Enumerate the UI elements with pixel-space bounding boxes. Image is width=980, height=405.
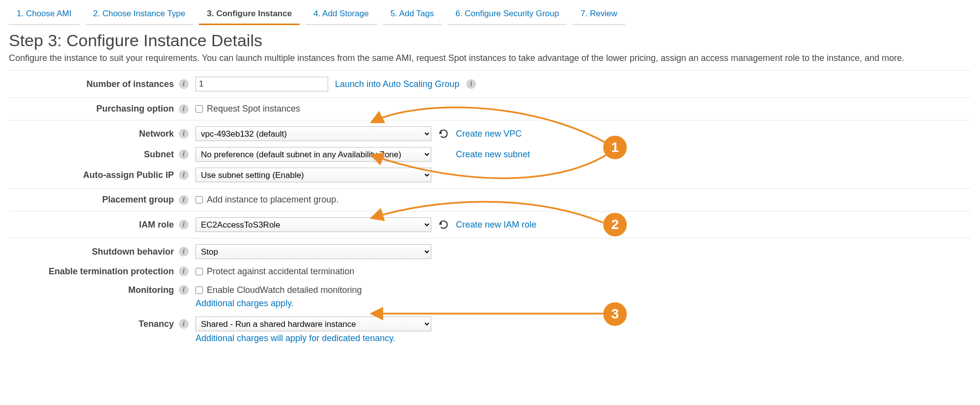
label-shutdown-behavior: Shutdown behavior — [92, 247, 174, 257]
request-spot-checkbox[interactable] — [196, 105, 203, 113]
create-new-iam-role-link[interactable]: Create new IAM role — [456, 220, 536, 230]
launch-into-asg-link[interactable]: Launch into Auto Scaling Group — [335, 79, 459, 89]
create-new-subnet-link[interactable]: Create new subnet — [456, 149, 530, 160]
auto-assign-ip-select[interactable]: Use subnet setting (Enable) — [196, 168, 431, 182]
refresh-icon[interactable] — [438, 219, 449, 230]
monitoring-charges-note[interactable]: Additional charges apply. — [196, 298, 971, 309]
tab-security-group[interactable]: 6. Configure Security Group — [448, 5, 567, 25]
label-monitoring: Monitoring — [128, 285, 174, 295]
info-icon[interactable]: i — [466, 79, 476, 89]
tab-add-storage[interactable]: 4. Add Storage — [306, 5, 376, 25]
iam-role-select[interactable]: EC2AccessToS3Role — [196, 217, 431, 232]
page-subtitle: Configure the instance to suit your requ… — [9, 53, 971, 63]
shutdown-behavior-select[interactable]: Stop — [196, 244, 431, 259]
label-tenancy: Tenancy — [139, 319, 174, 329]
termination-protection-label: Protect against accidental termination — [207, 266, 354, 277]
info-icon[interactable]: i — [179, 285, 189, 295]
subnet-select[interactable]: No preference (default subnet in any Ava… — [196, 147, 431, 162]
info-icon[interactable]: i — [179, 104, 189, 114]
placement-group-checkbox[interactable] — [196, 196, 203, 203]
page-title: Step 3: Configure Instance Details — [9, 31, 971, 50]
tab-add-tags[interactable]: 5. Add Tags — [383, 5, 442, 25]
network-select[interactable]: vpc-493eb132 (default) — [196, 126, 431, 141]
number-of-instances-input[interactable] — [196, 77, 328, 91]
create-new-vpc-link[interactable]: Create new VPC — [456, 129, 522, 139]
label-subnet: Subnet — [144, 149, 174, 160]
monitoring-checkbox[interactable] — [196, 287, 203, 294]
tab-configure-instance[interactable]: 3. Configure Instance — [199, 5, 300, 25]
label-termination-protection: Enable termination protection — [49, 266, 174, 277]
wizard-tabs: 1. Choose AMI 2. Choose Instance Type 3.… — [9, 5, 971, 25]
label-auto-assign-ip: Auto-assign Public IP — [83, 170, 174, 180]
placement-group-label: Add instance to placement group. — [207, 195, 338, 205]
label-network: Network — [139, 129, 174, 139]
tenancy-charges-note[interactable]: Additional charges will apply for dedica… — [196, 333, 971, 344]
info-icon[interactable]: i — [179, 149, 189, 159]
info-icon[interactable]: i — [179, 79, 189, 89]
label-number-of-instances: Number of instances — [86, 79, 174, 89]
termination-protection-checkbox[interactable] — [196, 268, 203, 275]
info-icon[interactable]: i — [179, 247, 189, 257]
info-icon[interactable]: i — [179, 319, 189, 329]
label-placement-group: Placement group — [102, 195, 174, 205]
tab-instance-type[interactable]: 2. Choose Instance Type — [85, 5, 194, 25]
info-icon[interactable]: i — [179, 170, 189, 180]
label-purchasing-option: Purchasing option — [96, 104, 174, 114]
info-icon[interactable]: i — [179, 129, 189, 139]
request-spot-label: Request Spot instances — [207, 104, 300, 114]
refresh-icon[interactable] — [438, 128, 449, 139]
label-iam-role: IAM role — [139, 220, 174, 230]
monitoring-label: Enable CloudWatch detailed monitoring — [207, 285, 362, 295]
info-icon[interactable]: i — [179, 220, 189, 230]
tab-review[interactable]: 7. Review — [573, 5, 625, 25]
tab-choose-ami[interactable]: 1. Choose AMI — [9, 5, 80, 25]
tenancy-select[interactable]: Shared - Run a shared hardware instance — [196, 317, 431, 331]
info-icon[interactable]: i — [179, 195, 189, 205]
info-icon[interactable]: i — [179, 266, 189, 276]
